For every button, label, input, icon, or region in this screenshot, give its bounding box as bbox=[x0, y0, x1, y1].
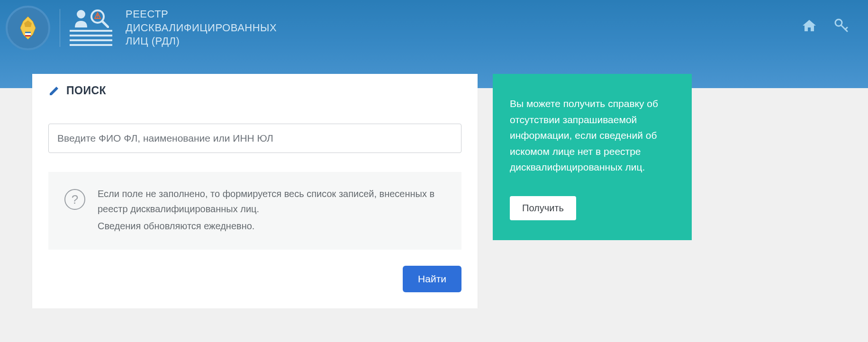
pencil-icon bbox=[48, 85, 60, 97]
key-button[interactable] bbox=[834, 18, 849, 33]
certificate-card: Вы можете получить справку об отсутствии… bbox=[493, 74, 692, 240]
search-card: ПОИСК ? Если поле не заполнено, то форми… bbox=[32, 74, 478, 308]
magnifier-alert-icon bbox=[90, 9, 109, 28]
hint-line-1: Если поле не заполнено, то формируется в… bbox=[98, 186, 445, 216]
question-icon: ? bbox=[64, 189, 85, 210]
hint-box: ? Если поле не заполнено, то формируется… bbox=[48, 172, 461, 250]
get-certificate-button[interactable]: Получить bbox=[510, 196, 576, 220]
svg-point-3 bbox=[77, 10, 85, 18]
fns-emblem bbox=[6, 6, 50, 50]
header-actions bbox=[802, 18, 849, 33]
eagle-emblem-icon bbox=[15, 15, 41, 41]
hint-line-2: Сведения обновляются ежедневно. bbox=[98, 218, 445, 234]
document-lines-icon bbox=[70, 30, 112, 46]
header-divider bbox=[60, 9, 60, 47]
button-row: Найти bbox=[48, 266, 461, 292]
key-icon bbox=[834, 18, 849, 33]
hint-text: Если поле не заполнено, то формируется в… bbox=[98, 186, 445, 235]
svg-point-7 bbox=[97, 17, 98, 18]
person-icon bbox=[73, 9, 89, 27]
main-content: ПОИСК ? Если поле не заполнено, то форми… bbox=[0, 74, 868, 308]
home-icon bbox=[802, 18, 817, 33]
certificate-text: Вы можете получить справку об отсутствии… bbox=[510, 96, 675, 175]
svg-line-5 bbox=[102, 21, 108, 27]
search-header: ПОИСК bbox=[48, 84, 461, 97]
svg-rect-1 bbox=[25, 32, 31, 33]
search-input[interactable] bbox=[48, 124, 461, 153]
find-button[interactable]: Найти bbox=[403, 266, 461, 292]
home-button[interactable] bbox=[802, 18, 817, 33]
svg-rect-2 bbox=[25, 35, 31, 36]
svg-line-10 bbox=[845, 27, 847, 29]
search-heading: ПОИСК bbox=[66, 84, 106, 97]
service-logo bbox=[70, 9, 112, 47]
page-title: РЕЕСТР ДИСКВАЛИФИЦИРОВАННЫХ ЛИЦ (РДЛ) bbox=[126, 8, 277, 48]
header-left: РЕЕСТР ДИСКВАЛИФИЦИРОВАННЫХ ЛИЦ (РДЛ) bbox=[6, 6, 277, 50]
